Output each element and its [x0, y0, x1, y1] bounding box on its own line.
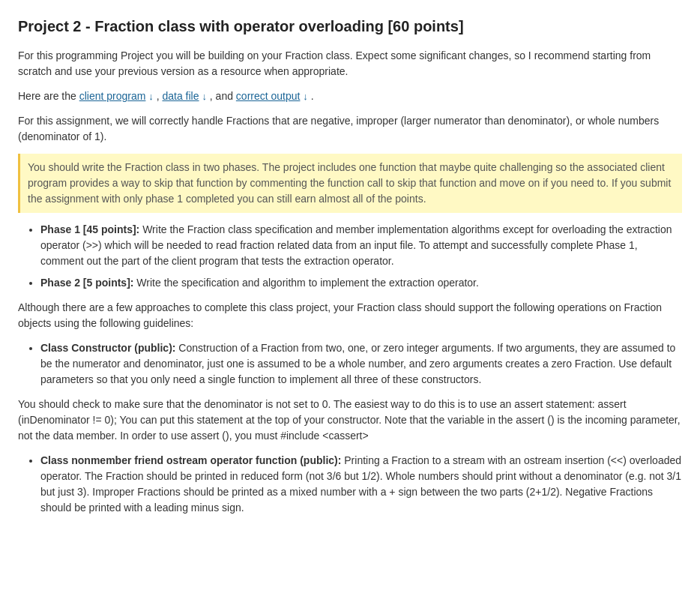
intro-paragraph: For this programming Project you will be…: [18, 48, 682, 79]
links-line: Here are the client program ↓ , data fil…: [18, 88, 682, 104]
guidelines-list: Class Constructor (public): Construction…: [33, 340, 682, 388]
download-icon-2: ↓: [202, 89, 207, 104]
class-constructor-label: Class Constructor (public):: [40, 342, 175, 354]
phase2-item: Phase 2 [5 points]: Write the specificat…: [40, 275, 682, 291]
friend-list: Class nonmember friend ostream operator …: [33, 453, 682, 516]
class-constructor-item: Class Constructor (public): Construction…: [40, 340, 682, 388]
highlight-text: You should write the Fraction class in t…: [28, 161, 671, 205]
and-text: and: [216, 90, 233, 102]
page-title: Project 2 - Fraction class with operator…: [18, 15, 682, 37]
client-program-link[interactable]: client program: [79, 90, 146, 102]
download-icon-3: ↓: [303, 89, 308, 104]
correct-output-link[interactable]: correct output: [236, 90, 301, 102]
links-prefix: Here are the: [18, 90, 76, 102]
para-although: Although there are a few approaches to c…: [18, 300, 682, 331]
class-friend-label: Class nonmember friend ostream operator …: [40, 454, 341, 466]
download-icon-1: ↓: [148, 89, 154, 104]
para-check: You should check to make sure that the d…: [18, 397, 682, 444]
class-friend-item: Class nonmember friend ostream operator …: [40, 453, 682, 516]
phases-list: Phase 1 [45 points]: Write the Fraction …: [33, 222, 682, 291]
phase1-label: Phase 1 [45 points]:: [40, 223, 139, 235]
phase1-item: Phase 1 [45 points]: Write the Fraction …: [40, 222, 682, 269]
phase2-label: Phase 2 [5 points]:: [40, 277, 133, 289]
data-file-link[interactable]: data file: [162, 90, 199, 102]
highlight-box: You should write the Fraction class in t…: [18, 154, 682, 213]
phase2-text: Write the specification and algorithm to…: [133, 277, 478, 289]
para2: For this assignment, we will correctly h…: [18, 113, 682, 145]
